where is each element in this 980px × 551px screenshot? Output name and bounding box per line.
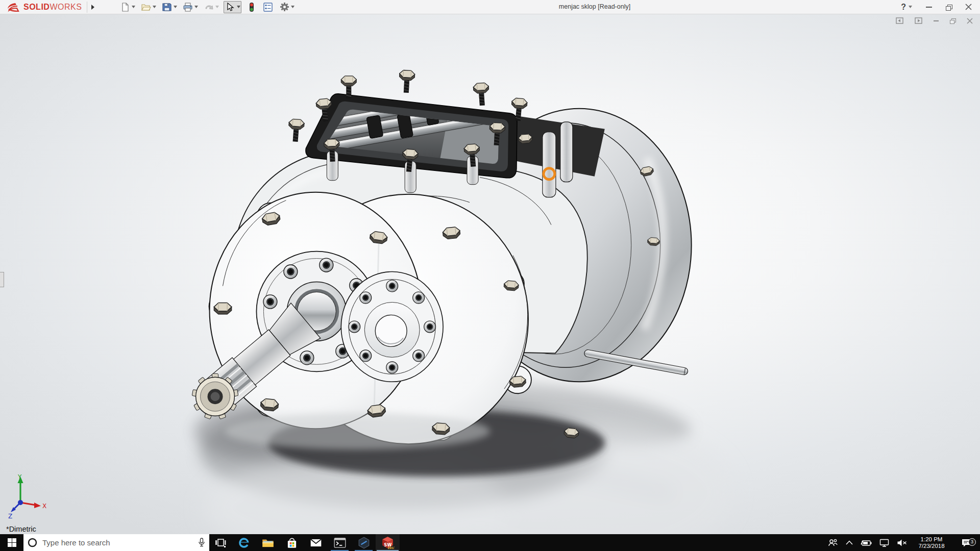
open-button[interactable] xyxy=(140,2,157,13)
clock-time: 1:20 PM xyxy=(918,536,944,543)
output-flange[interactable] xyxy=(341,272,443,382)
feature-manager-splitter-tab[interactable] xyxy=(0,272,4,287)
windows-start-icon xyxy=(8,538,16,547)
taskbar-search-box[interactable] xyxy=(23,534,209,551)
new-dropdown-caret[interactable] xyxy=(132,6,135,8)
select-dropdown-caret[interactable] xyxy=(237,6,240,8)
taskbar-app-mail[interactable] xyxy=(304,534,328,551)
notification-badge: 3 xyxy=(968,538,976,546)
taskbar-app-solidworks[interactable]: SW 2017 xyxy=(376,534,400,551)
cortana-icon xyxy=(28,538,37,547)
help-dropdown-caret[interactable] xyxy=(909,6,912,8)
minimize-icon xyxy=(926,7,932,8)
new-document-icon xyxy=(119,2,131,13)
start-button[interactable] xyxy=(0,534,23,551)
quick-access-toolbar xyxy=(119,1,298,13)
file-explorer-icon xyxy=(261,536,275,549)
graphics-viewport[interactable]: Y X Z *Dimetric xyxy=(0,14,980,534)
window-controls: ? xyxy=(901,3,972,12)
select-cursor-icon xyxy=(225,2,236,13)
select-button[interactable] xyxy=(224,1,241,13)
help-button[interactable]: ? xyxy=(901,3,912,12)
microphone-icon[interactable] xyxy=(198,538,205,547)
edge-browser-icon xyxy=(237,536,251,549)
pane-previous-button[interactable] xyxy=(896,17,903,24)
solidworks-window: SOLIDWORKS xyxy=(0,0,980,551)
menu-flyout-arrow[interactable] xyxy=(87,2,99,13)
triad-x-label: X xyxy=(42,503,46,510)
people-icon xyxy=(828,538,838,547)
save-button[interactable] xyxy=(161,2,178,13)
task-view-icon xyxy=(215,538,226,547)
taskbar-app-file-explorer[interactable] xyxy=(256,534,280,551)
print-icon xyxy=(182,2,193,13)
doc-restore-button[interactable] xyxy=(950,18,955,23)
taskbar-app-hexagon[interactable] xyxy=(352,534,376,551)
new-document-button[interactable] xyxy=(119,2,136,13)
clock-date: 7/23/2018 xyxy=(918,543,944,549)
brand-text: SOLIDWORKS xyxy=(23,3,82,12)
print-dropdown-caret[interactable] xyxy=(194,6,198,8)
restore-button[interactable] xyxy=(946,5,951,10)
network-button[interactable] xyxy=(879,539,889,547)
taskbar-app-command-prompt[interactable] xyxy=(328,534,352,551)
triad-y-label: Y xyxy=(17,473,22,481)
document-window-controls xyxy=(896,17,973,24)
system-tray: 1:20 PM 7/23/2018 3 xyxy=(828,534,980,551)
options-button[interactable] xyxy=(278,2,295,13)
minimize-button[interactable] xyxy=(926,7,932,8)
doc-close-button[interactable] xyxy=(967,18,973,24)
pane-previous-icon xyxy=(896,17,903,24)
action-center-button[interactable]: 3 xyxy=(955,538,977,547)
undo-button[interactable] xyxy=(203,2,219,13)
rebuild-traffic-light-icon xyxy=(246,2,257,13)
print-button[interactable] xyxy=(182,2,199,13)
open-icon xyxy=(140,2,152,13)
pane-next-button[interactable] xyxy=(915,17,922,24)
view-orientation-label: *Dimetric xyxy=(6,525,36,533)
title-bar: SOLIDWORKS xyxy=(0,0,980,14)
file-properties-button[interactable] xyxy=(262,2,274,13)
taskbar-app-store[interactable] xyxy=(280,534,304,551)
search-input[interactable] xyxy=(41,538,194,547)
close-icon xyxy=(967,18,973,24)
solidworks-2017-icon: SW 2017 xyxy=(381,536,395,549)
restore-icon xyxy=(946,5,951,10)
battery-button[interactable] xyxy=(861,539,872,546)
save-dropdown-caret[interactable] xyxy=(174,6,177,8)
volume-button[interactable] xyxy=(897,539,908,547)
solidworks-swoosh-icon xyxy=(6,2,21,12)
open-dropdown-caret[interactable] xyxy=(153,6,156,8)
file-properties-icon xyxy=(262,2,274,13)
tray-overflow-button[interactable] xyxy=(846,540,853,545)
dark-hexagon-app-icon xyxy=(357,536,371,549)
people-button[interactable] xyxy=(828,538,838,547)
options-dropdown-caret[interactable] xyxy=(291,6,295,8)
microsoft-store-icon xyxy=(285,536,299,549)
flyout-triangle-icon xyxy=(91,4,95,10)
undo-dropdown-caret[interactable] xyxy=(215,6,219,8)
volume-muted-icon xyxy=(897,539,908,547)
pane-next-icon xyxy=(915,17,922,24)
mail-icon xyxy=(309,536,323,549)
task-view-button[interactable] xyxy=(209,534,232,551)
triad-z-label: Z xyxy=(8,513,12,520)
window-title: menjac sklop [Read-only] xyxy=(521,3,669,10)
gearbox-3d-model xyxy=(0,14,980,534)
options-gear-icon xyxy=(279,2,290,13)
close-icon xyxy=(965,4,972,10)
restore-icon xyxy=(950,18,955,23)
network-display-icon xyxy=(879,539,889,547)
battery-icon xyxy=(861,539,872,546)
command-prompt-icon xyxy=(333,536,347,549)
minimize-icon xyxy=(934,20,939,21)
taskbar-app-edge[interactable] xyxy=(232,534,256,551)
taskbar-clock[interactable]: 1:20 PM 7/23/2018 xyxy=(915,536,948,549)
solidworks-logo: SOLIDWORKS xyxy=(6,2,82,12)
close-button[interactable] xyxy=(965,4,972,10)
brand-works: WORKS xyxy=(50,3,82,11)
windows-taskbar: SW 2017 xyxy=(0,534,980,551)
rebuild-button[interactable] xyxy=(246,2,258,13)
brand-solid: SOLID xyxy=(23,3,50,11)
doc-minimize-button[interactable] xyxy=(934,20,939,21)
